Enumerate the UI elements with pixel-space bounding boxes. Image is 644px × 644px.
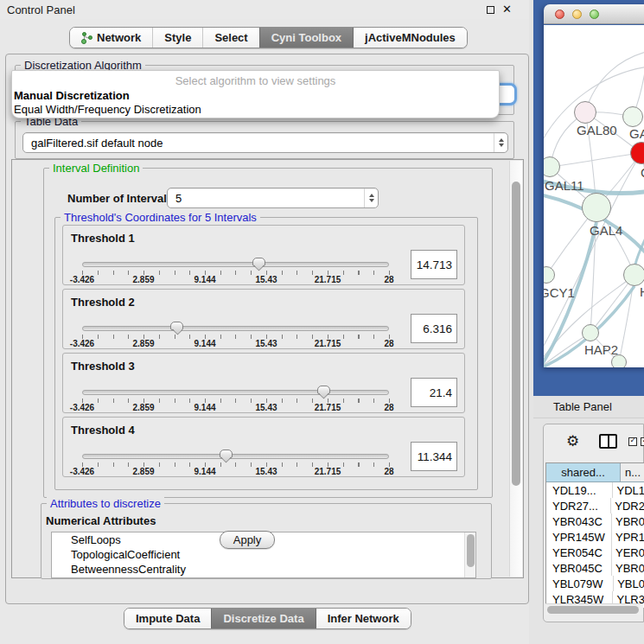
threshold-2-value-field[interactable]: 6.316: [411, 314, 457, 343]
algorithm-prompt-option[interactable]: Select algorithm to view settings: [12, 74, 499, 87]
cell-shared-name[interactable]: YPR145W: [546, 529, 612, 545]
tab-style[interactable]: Style: [152, 28, 202, 48]
window-close-icon[interactable]: [555, 10, 564, 19]
algorithm-dropdown-popup: Select algorithm to view settings Manual…: [11, 70, 500, 118]
slider-tick-labels: -3.426 2.859 9.144 15.43 21.715 28: [82, 275, 389, 285]
algorithm-option-equal-width[interactable]: Equal Width/Frequency Discretization: [14, 103, 201, 116]
cell-name[interactable]: YBR0: [612, 560, 644, 576]
cell-shared-name[interactable]: YER054C: [546, 545, 612, 560]
tab-cyni-toolbox[interactable]: Cyni Toolbox: [259, 28, 353, 48]
number-of-intervals-combobox[interactable]: 5: [167, 188, 379, 208]
cell-shared-name[interactable]: YDR27...: [546, 498, 611, 513]
network-node[interactable]: [622, 106, 643, 127]
cell-name[interactable]: YBR0: [612, 513, 644, 529]
table-data-value: galFiltered.sif default node: [23, 137, 494, 150]
list-scrollbar[interactable]: [464, 532, 475, 577]
list-item[interactable]: BetweennessCentrality: [52, 562, 475, 577]
network-node[interactable]: [623, 264, 644, 286]
cell-name[interactable]: YBL0: [614, 576, 644, 591]
tick-label: 21.715: [315, 467, 341, 476]
cell-name[interactable]: YDL1: [613, 482, 644, 498]
cell-shared-name[interactable]: YDL19...: [546, 482, 613, 498]
table-row[interactable]: YDR27... YDR2: [546, 498, 644, 513]
top-tab-bar: Network Style Select Cyni Toolbox jActiv…: [69, 27, 468, 48]
threshold-2-label: Threshold 2: [71, 296, 135, 309]
column-header-shared-name[interactable]: shared...: [546, 463, 621, 481]
tick-label: 9.144: [194, 339, 215, 348]
threshold-3-value-field[interactable]: 21.4: [411, 378, 457, 407]
threshold-3-slider[interactable]: [82, 390, 389, 395]
list-item[interactable]: TopologicalCoefficient: [52, 547, 475, 562]
network-node[interactable]: [582, 193, 611, 222]
tab-discretize-data[interactable]: Discretize Data: [211, 609, 315, 628]
content-scrollbar[interactable]: [509, 161, 522, 577]
slider-thumb[interactable]: [252, 258, 265, 266]
table-row[interactable]: YER054C YER0: [546, 545, 644, 560]
slider-thumb[interactable]: [220, 450, 233, 458]
tab-network[interactable]: Network: [70, 28, 152, 48]
cell-shared-name[interactable]: YBR045C: [546, 560, 612, 576]
tab-infer-network-label: Infer Network: [328, 612, 399, 625]
tick-label: 15.43: [255, 275, 277, 284]
network-node[interactable]: [611, 354, 627, 367]
desktop-backdrop: GAL80GACGAL11GAL4GCY1HHAP2: [533, 0, 644, 396]
table-toolbar: ⚙: [544, 424, 643, 459]
network-node-label: HAP2: [584, 342, 618, 357]
checkbox-icon[interactable]: [628, 437, 637, 446]
threshold-3-panel: Threshold 3 -3.426 2.859 9.144 15.43 21.…: [62, 353, 465, 413]
table-data-combobox[interactable]: galFiltered.sif default node: [22, 132, 508, 153]
table-horizontal-scrollbar[interactable]: [545, 603, 643, 615]
panel-title: Control Panel: [7, 3, 75, 16]
table-row[interactable]: YBL079W YBL0: [546, 576, 644, 591]
cell-name[interactable]: YER0: [612, 545, 644, 560]
control-panel-titlebar: Control Panel ✕: [0, 0, 529, 19]
window-zoom-icon[interactable]: [590, 10, 599, 19]
threshold-coordinates-group: Threshold's Coordinates for 5 Intervals …: [54, 217, 478, 490]
threshold-4-slider[interactable]: [82, 454, 389, 459]
column-header-name[interactable]: n...: [621, 463, 644, 481]
network-window: GAL80GACGAL11GAL4GCY1HHAP2: [544, 4, 644, 367]
close-icon[interactable]: ✕: [502, 3, 512, 16]
checkbox-icon[interactable]: [641, 437, 644, 446]
tab-impute-data-label: Impute Data: [136, 612, 200, 625]
table-row[interactable]: YDL19... YDL1: [546, 482, 644, 498]
network-window-titlebar[interactable]: [544, 4, 644, 24]
slider-thumb[interactable]: [317, 386, 330, 394]
cell-name[interactable]: YDR2: [611, 498, 644, 513]
threshold-1-label: Threshold 1: [71, 232, 135, 245]
tick-label: 2.859: [132, 339, 154, 348]
threshold-1-value-field[interactable]: 14.713: [411, 250, 457, 279]
threshold-4-value-field[interactable]: 11.344: [411, 442, 457, 471]
table-row[interactable]: YPR145W YPR1: [546, 529, 644, 545]
apply-button[interactable]: Apply: [220, 531, 275, 549]
cell-shared-name[interactable]: YBL079W: [546, 576, 614, 591]
table-row[interactable]: YBR043C YBR0: [546, 513, 644, 529]
tab-jactivemnodules[interactable]: jActiveMNodules: [353, 28, 467, 48]
combo-stepper-icon: [494, 133, 507, 152]
cell-name[interactable]: YPR1: [612, 529, 644, 545]
tab-jactivemnodules-label: jActiveMNodules: [365, 31, 456, 44]
slider-thumb[interactable]: [170, 322, 183, 330]
network-canvas[interactable]: GAL80GACGAL11GAL4GCY1HHAP2: [544, 25, 644, 367]
gear-icon[interactable]: ⚙: [566, 432, 579, 450]
threshold-2-slider[interactable]: [82, 326, 389, 331]
table-row[interactable]: YBR045C YBR0: [546, 560, 644, 576]
window-minimize-icon[interactable]: [572, 10, 582, 19]
algorithm-option-manual[interactable]: Manual Discretization: [14, 89, 130, 102]
tick-label: 28: [384, 403, 393, 412]
network-node-label: GAL11: [545, 178, 584, 193]
number-of-intervals-value: 5: [168, 192, 364, 205]
tab-select[interactable]: Select: [202, 28, 258, 48]
threshold-1-slider[interactable]: [82, 262, 389, 267]
tab-impute-data[interactable]: Impute Data: [124, 609, 211, 628]
network-node[interactable]: [574, 101, 596, 124]
tick-label: -3.426: [70, 467, 94, 476]
tab-select-label: Select: [214, 31, 247, 44]
float-window-icon[interactable]: [487, 6, 494, 14]
network-node-label: GAL4: [590, 223, 622, 238]
tab-infer-network[interactable]: Infer Network: [316, 609, 411, 628]
split-columns-icon[interactable]: [599, 434, 617, 449]
cell-shared-name[interactable]: YBR043C: [546, 513, 612, 529]
network-node[interactable]: [582, 324, 599, 341]
tick-label: -3.426: [70, 275, 94, 284]
